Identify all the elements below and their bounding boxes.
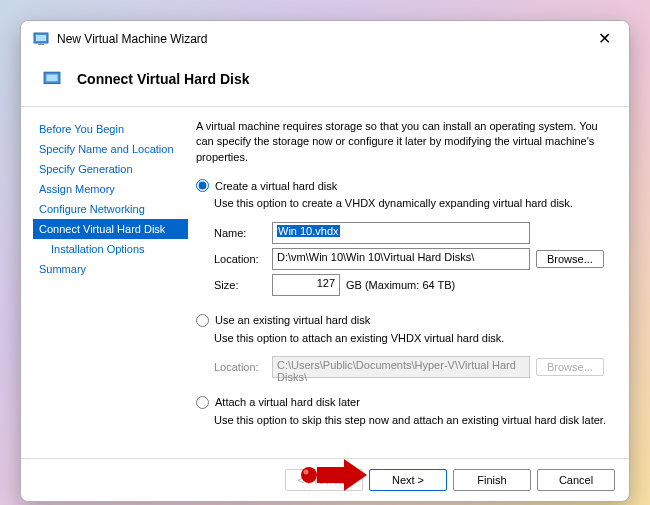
wizard-header: Connect Virtual Hard Disk (21, 56, 629, 107)
intro-text: A virtual machine requires storage so th… (196, 119, 609, 165)
radio-later[interactable] (196, 396, 209, 409)
titlebar: New Virtual Machine Wizard ✕ (21, 21, 629, 56)
svg-rect-1 (36, 35, 46, 41)
wizard-dialog: New Virtual Machine Wizard ✕ Connect Vir… (20, 20, 630, 502)
radio-later-label: Attach a virtual hard disk later (215, 396, 360, 408)
footer: < Previous Next > Finish Cancel (21, 458, 629, 501)
sidebar-step-4[interactable]: Configure Networking (33, 199, 188, 219)
sidebar-step-0[interactable]: Before You Begin (33, 119, 188, 139)
sidebar-step-3[interactable]: Assign Memory (33, 179, 188, 199)
next-button[interactable]: Next > (369, 469, 447, 491)
sidebar-step-1[interactable]: Specify Name and Location (33, 139, 188, 159)
existing-browse-button: Browse... (536, 358, 604, 376)
radio-existing-label: Use an existing virtual hard disk (215, 314, 370, 326)
sidebar-step-7[interactable]: Summary (33, 259, 188, 279)
previous-button: < Previous (285, 469, 363, 491)
sidebar: Before You BeginSpecify Name and Locatio… (21, 107, 188, 458)
svg-rect-2 (38, 44, 44, 45)
size-label: Size: (214, 279, 272, 291)
location-input[interactable]: D:\vm\Win 10\Win 10\Virtual Hard Disks\ (272, 248, 530, 270)
option-create: Create a virtual hard disk Use this opti… (196, 179, 609, 295)
svg-rect-4 (46, 75, 57, 82)
location-label: Location: (214, 253, 272, 265)
size-suffix: GB (Maximum: 64 TB) (346, 279, 455, 291)
header-icon (43, 70, 61, 88)
sidebar-step-6[interactable]: Installation Options (33, 239, 188, 259)
existing-desc: Use this option to attach an existing VH… (214, 331, 609, 346)
radio-create[interactable] (196, 179, 209, 192)
sidebar-step-5[interactable]: Connect Virtual Hard Disk (33, 219, 188, 239)
existing-location-input: C:\Users\Public\Documents\Hyper-V\Virtua… (272, 356, 530, 378)
cancel-button[interactable]: Cancel (537, 469, 615, 491)
sidebar-step-2[interactable]: Specify Generation (33, 159, 188, 179)
finish-button[interactable]: Finish (453, 469, 531, 491)
browse-button[interactable]: Browse... (536, 250, 604, 268)
app-icon (33, 31, 49, 47)
name-input[interactable]: Win 10.vhdx (272, 222, 530, 244)
wizard-body: Before You BeginSpecify Name and Locatio… (21, 107, 629, 458)
content-pane: A virtual machine requires storage so th… (188, 107, 629, 458)
name-label: Name: (214, 227, 272, 239)
option-later: Attach a virtual hard disk later Use thi… (196, 396, 609, 428)
close-button[interactable]: ✕ (592, 29, 617, 48)
existing-location-label: Location: (214, 361, 272, 373)
create-desc: Use this option to create a VHDX dynamic… (214, 196, 609, 211)
option-existing: Use an existing virtual hard disk Use th… (196, 314, 609, 378)
radio-create-label: Create a virtual hard disk (215, 180, 337, 192)
later-desc: Use this option to skip this step now an… (214, 413, 609, 428)
radio-existing[interactable] (196, 314, 209, 327)
window-title: New Virtual Machine Wizard (57, 32, 592, 46)
size-input[interactable]: 127 (272, 274, 340, 296)
page-title: Connect Virtual Hard Disk (77, 71, 249, 87)
